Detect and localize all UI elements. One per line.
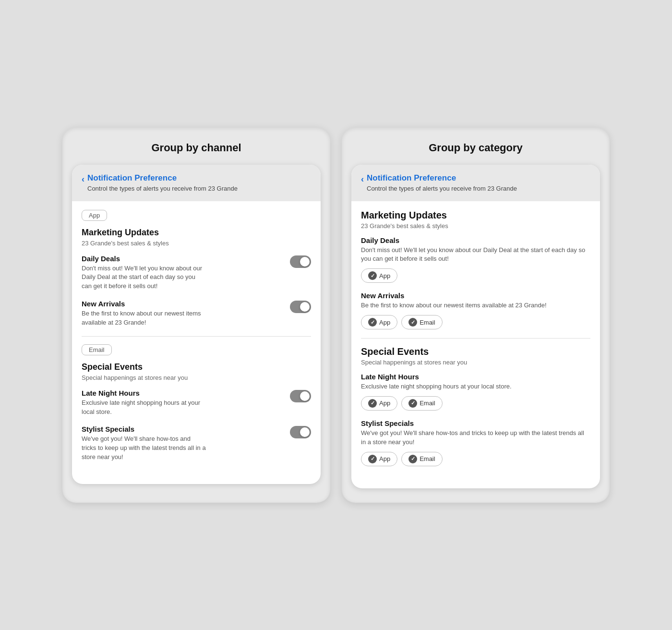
left-header-bar: ‹ Notification Preference Control the ty… (72, 165, 321, 201)
right-stylist-desc: We've got you! We'll share how-tos and t… (361, 429, 590, 447)
right-screen-body: Marketing Updates 23 Grande's best sales… (351, 201, 600, 488)
right-item-stylist: Stylist Specials We've got you! We'll sh… (361, 419, 590, 466)
right-stylist-label: Stylist Specials (361, 419, 590, 427)
left-panel: Group by channel ‹ Notification Preferen… (62, 127, 330, 502)
badge-app-stylist[interactable]: App (361, 452, 397, 466)
badge-app-label: App (379, 319, 390, 326)
left-stylist-label: Stylist Specials (82, 425, 206, 433)
left-daily-deals-desc: Don't miss out! We'll let you know about… (82, 264, 206, 291)
left-item-new-arrivals: New Arrivals Be the first to know about … (82, 300, 311, 327)
badge-app-label: App (379, 455, 390, 462)
right-new-arrivals-label: New Arrivals (361, 291, 590, 300)
badge-app-label: App (379, 272, 390, 279)
left-stylist-toggle[interactable] (290, 426, 311, 438)
badge-app-late-night[interactable]: App (361, 396, 397, 411)
left-daily-deals-toggle[interactable] (290, 255, 311, 268)
page-wrapper: Group by channel ‹ Notification Preferen… (62, 127, 610, 502)
right-panel-title: Group by category (351, 142, 600, 154)
badge-check-icon (368, 318, 377, 327)
left-new-arrivals-toggle[interactable] (290, 301, 311, 313)
left-new-arrivals-desc: Be the first to know about our newest it… (82, 309, 206, 327)
left-stylist-desc: We've got you! We'll share how-tos and t… (82, 435, 206, 462)
badge-app-label: App (379, 400, 390, 407)
right-back-row: ‹ Notification Preference Control the ty… (361, 173, 590, 193)
channel-tag-email: Email (82, 344, 112, 355)
left-section2-title: Special Events (82, 362, 311, 372)
right-panel: Group by category ‹ Notification Prefere… (342, 127, 610, 502)
right-header-text: Notification Preference Control the type… (367, 173, 517, 193)
left-phone-screen: ‹ Notification Preference Control the ty… (72, 165, 321, 484)
left-late-night-desc: Exclusive late night shopping hours at y… (82, 399, 206, 417)
right-header-title: Notification Preference (367, 173, 517, 183)
right-item-daily-deals: Daily Deals Don't miss out! We'll let yo… (361, 236, 590, 283)
left-header-title: Notification Preference (87, 173, 238, 183)
left-item-late-night: Late Night Hours Exclusive late night sh… (82, 389, 311, 417)
right-daily-deals-label: Daily Deals (361, 236, 590, 244)
right-header-subtitle: Control the types of alerts you receive … (367, 184, 517, 193)
right-section1-subtitle: 23 Grande's best sales & styles (361, 222, 590, 230)
right-stylist-badges: App Email (361, 452, 590, 466)
left-item-daily-deals: Daily Deals Don't miss out! We'll let yo… (82, 254, 311, 291)
left-section2-subtitle: Special happenings at stores near you (82, 374, 311, 381)
badge-app-arrivals[interactable]: App (361, 315, 397, 329)
left-item-stylist-specials: Stylist Specials We've got you! We'll sh… (82, 425, 311, 462)
right-item-late-night: Late Night Hours Exclusive late night sh… (361, 373, 590, 411)
badge-check-icon (368, 399, 377, 408)
left-section1-title: Marketing Updates (82, 228, 311, 238)
badge-email-stylist[interactable]: Email (401, 452, 443, 466)
right-back-chevron[interactable]: ‹ (361, 174, 364, 184)
badge-email-arrivals[interactable]: Email (401, 315, 443, 329)
right-section1-title: Marketing Updates (361, 210, 590, 221)
right-phone-screen: ‹ Notification Preference Control the ty… (351, 165, 600, 488)
left-panel-title: Group by channel (72, 142, 321, 154)
channel-tag-app: App (82, 210, 107, 221)
right-late-night-desc: Exclusive late night shopping hours at y… (361, 382, 590, 391)
left-late-night-label: Late Night Hours (82, 389, 206, 397)
left-divider (82, 336, 311, 337)
badge-check-icon (408, 318, 417, 327)
badge-check-icon (408, 455, 417, 463)
left-screen-body: App Marketing Updates 23 Grande's best s… (72, 201, 321, 484)
left-header-text: Notification Preference Control the type… (87, 173, 238, 193)
left-new-arrivals-label: New Arrivals (82, 300, 206, 308)
badge-app-daily[interactable]: App (361, 268, 397, 283)
left-section1-subtitle: 23 Grande's best sales & styles (82, 240, 311, 247)
badge-email-label: Email (420, 455, 435, 462)
badge-check-icon (368, 455, 377, 463)
right-daily-deals-badges: App (361, 268, 590, 283)
badge-check-icon (408, 399, 417, 408)
right-new-arrivals-desc: Be the first to know about our newest it… (361, 301, 590, 310)
right-item-new-arrivals: New Arrivals Be the first to know about … (361, 291, 590, 329)
badge-email-label: Email (420, 319, 435, 326)
left-back-chevron[interactable]: ‹ (82, 174, 84, 184)
right-late-night-badges: App Email (361, 396, 590, 411)
right-header-bar: ‹ Notification Preference Control the ty… (351, 165, 600, 201)
left-daily-deals-label: Daily Deals (82, 254, 206, 263)
badge-check-icon (368, 271, 377, 280)
left-late-night-toggle[interactable] (290, 390, 311, 402)
right-new-arrivals-badges: App Email (361, 315, 590, 329)
badge-email-label: Email (420, 400, 435, 407)
badge-email-late-night[interactable]: Email (401, 396, 443, 411)
right-section2-subtitle: Special happenings at stores near you (361, 359, 590, 366)
right-daily-deals-desc: Don't miss out! We'll let you know about… (361, 246, 590, 264)
right-late-night-label: Late Night Hours (361, 373, 590, 381)
right-section2-title: Special Events (361, 346, 590, 357)
left-header-subtitle: Control the types of alerts you receive … (87, 184, 238, 193)
right-divider (361, 338, 590, 339)
left-back-row: ‹ Notification Preference Control the ty… (82, 173, 311, 193)
